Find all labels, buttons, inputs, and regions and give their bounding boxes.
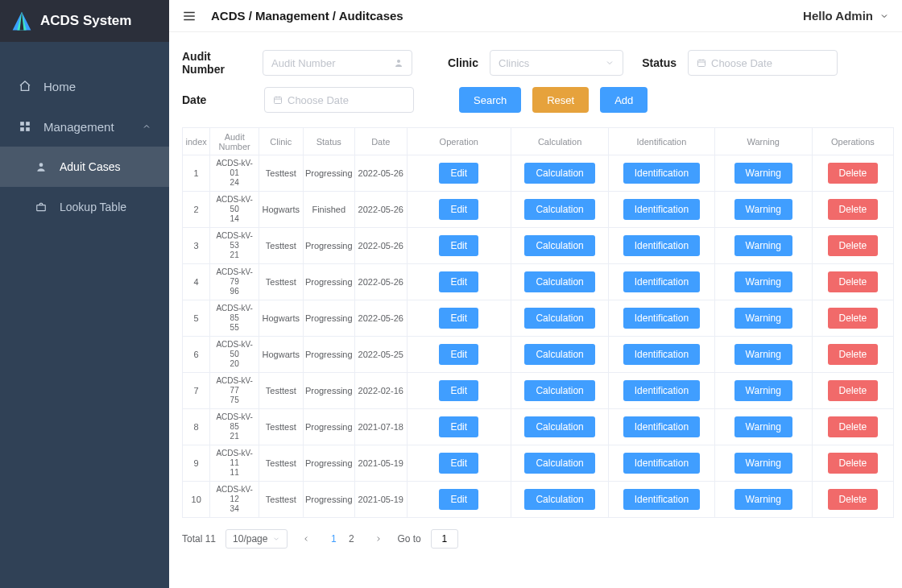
nav-home[interactable]: Home (0, 66, 169, 106)
warning-button[interactable]: Warning (734, 308, 792, 329)
nav-management[interactable]: Management (0, 106, 169, 147)
calculation-button[interactable]: Calculation (524, 344, 594, 365)
chevron-down-icon (272, 535, 280, 543)
table-row: 3ACDS-kV-5321TesttestProgressing2022-05-… (183, 228, 894, 264)
edit-button[interactable]: Edit (439, 271, 478, 292)
cell-date: 2022-05-26 (354, 300, 407, 337)
delete-button[interactable]: Delete (828, 380, 879, 401)
table-row: 10ACDS-kV-1234TesttestProgressing2021-05… (183, 482, 894, 518)
brand: ACDS System (0, 0, 169, 42)
warning-button[interactable]: Warning (734, 453, 792, 474)
search-button[interactable]: Search (459, 87, 521, 113)
delete-button[interactable]: Delete (828, 163, 879, 184)
calculation-button[interactable]: Calculation (524, 308, 594, 329)
nav-lookup-table-label: Lookup Table (60, 201, 126, 213)
identification-button[interactable]: Identification (623, 199, 700, 220)
filter-status-date[interactable] (688, 50, 838, 76)
delete-button[interactable]: Delete (828, 416, 879, 437)
pager-page[interactable]: 2 (342, 530, 360, 548)
pagination: Total 11 10/page 12 Go to (182, 529, 894, 549)
identification-button[interactable]: Identification (623, 416, 700, 437)
warning-button[interactable]: Warning (734, 416, 792, 437)
topbar: ACDS / Management / Auditcases Hello Adm… (169, 0, 902, 32)
delete-button[interactable]: Delete (828, 308, 879, 329)
delete-button[interactable]: Delete (828, 199, 879, 220)
nav-lookup-table[interactable]: Lookup Table (0, 187, 169, 227)
edit-button[interactable]: Edit (439, 308, 478, 329)
delete-button[interactable]: Delete (828, 489, 879, 510)
hamburger-icon[interactable] (182, 9, 197, 23)
cell-status: Progressing (303, 337, 354, 373)
cell-date: 2022-05-26 (354, 192, 407, 228)
filter-audit-number-input[interactable] (263, 50, 412, 76)
cell-audit-number: ACDS-kV-1234 (210, 482, 259, 518)
cell-status: Progressing (303, 228, 354, 264)
cell-clinic: Testtest (259, 482, 303, 518)
delete-button[interactable]: Delete (828, 344, 879, 365)
edit-button[interactable]: Edit (439, 235, 478, 256)
edit-button[interactable]: Edit (439, 380, 478, 401)
cell-date: 2021-05-19 (354, 445, 407, 482)
user-menu[interactable]: Hello Admin (803, 9, 889, 23)
warning-button[interactable]: Warning (734, 344, 792, 365)
edit-button[interactable]: Edit (439, 416, 478, 437)
identification-button[interactable]: Identification (623, 453, 700, 474)
calculation-button[interactable]: Calculation (524, 163, 594, 184)
add-button[interactable]: Add (600, 87, 648, 113)
warning-button[interactable]: Warning (734, 489, 792, 510)
cell-audit-number: ACDS-kV-8521 (210, 409, 259, 445)
delete-button[interactable]: Delete (828, 453, 879, 474)
edit-button[interactable]: Edit (439, 344, 478, 365)
cell-index: 8 (183, 409, 210, 445)
pager-next[interactable] (370, 530, 387, 548)
pager-prev[interactable] (297, 530, 315, 548)
edit-button[interactable]: Edit (439, 453, 478, 474)
identification-button[interactable]: Identification (623, 271, 700, 292)
calculation-button[interactable]: Calculation (524, 235, 594, 256)
cell-date: 2021-05-19 (354, 482, 407, 518)
table-row: 8ACDS-kV-8521TesttestProgressing2021-07-… (183, 409, 894, 445)
calculation-button[interactable]: Calculation (524, 416, 594, 437)
pager-page[interactable]: 1 (325, 530, 342, 548)
reset-button[interactable]: Reset (532, 87, 589, 113)
calculation-button[interactable]: Calculation (524, 199, 594, 220)
identification-button[interactable]: Identification (623, 235, 700, 256)
warning-button[interactable]: Warning (734, 163, 792, 184)
nav-audit-cases[interactable]: Aduit Cases (0, 147, 169, 187)
cell-status: Progressing (303, 482, 354, 518)
warning-button[interactable]: Warning (734, 271, 792, 292)
warning-button[interactable]: Warning (734, 199, 792, 220)
calculation-button[interactable]: Calculation (524, 489, 594, 510)
calculation-button[interactable]: Calculation (524, 453, 594, 474)
delete-button[interactable]: Delete (828, 235, 879, 256)
delete-button[interactable]: Delete (828, 271, 879, 292)
warning-button[interactable]: Warning (734, 380, 792, 401)
calculation-button[interactable]: Calculation (524, 271, 594, 292)
table-row: 9ACDS-kV-1111TesttestProgressing2021-05-… (183, 445, 894, 482)
identification-button[interactable]: Identification (623, 163, 700, 184)
cell-audit-number: ACDS-kV-0124 (210, 155, 259, 192)
filter-date-label: Date (182, 93, 253, 106)
nav: Home Management Aduit Cases (0, 42, 169, 227)
identification-button[interactable]: Identification (623, 380, 700, 401)
edit-button[interactable]: Edit (439, 163, 478, 184)
filter-date-input[interactable] (264, 87, 414, 113)
warning-button[interactable]: Warning (734, 235, 792, 256)
filter-clinic-select[interactable] (490, 50, 623, 76)
calculation-button[interactable]: Calculation (524, 380, 594, 401)
identification-button[interactable]: Identification (623, 489, 700, 510)
edit-button[interactable]: Edit (439, 489, 478, 510)
identification-button[interactable]: Identification (623, 308, 700, 329)
th-calculation: Calculation (511, 128, 608, 155)
pager-size-select[interactable]: 10/page (226, 529, 288, 549)
edit-button[interactable]: Edit (439, 199, 478, 220)
user-icon (394, 58, 403, 68)
th-warning: Warning (714, 128, 812, 155)
identification-button[interactable]: Identification (623, 344, 700, 365)
nav-management-label: Management (43, 120, 114, 134)
filter-audit-number-label: Audit Number (182, 50, 253, 76)
table-row: 4ACDS-kV-7996TesttestProgressing2022-05-… (183, 264, 894, 300)
logo-icon (11, 10, 32, 31)
pager-goto-input[interactable] (431, 529, 458, 549)
cell-status: Progressing (303, 445, 354, 482)
